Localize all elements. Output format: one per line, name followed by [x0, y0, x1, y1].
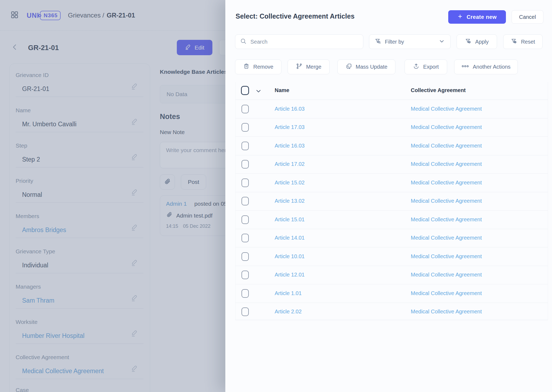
row-checkbox[interactable]: [242, 160, 249, 169]
search-field[interactable]: [235, 34, 363, 49]
article-link[interactable]: Article 2.02: [275, 309, 302, 315]
table-row: Article 14.01 Medical Collective Agreeme…: [236, 229, 548, 247]
search-input[interactable]: [250, 39, 358, 45]
filter-by-dropdown[interactable]: Filter by: [369, 34, 451, 49]
agreement-link[interactable]: Medical Collective Agreement: [411, 161, 482, 167]
merge-button[interactable]: Merge: [288, 60, 330, 74]
row-checkbox[interactable]: [242, 123, 249, 132]
merge-label: Merge: [306, 64, 322, 70]
apply-filter-button[interactable]: Apply: [457, 34, 497, 49]
agreement-link[interactable]: Medical Collective Agreement: [411, 106, 482, 112]
row-checkbox[interactable]: [242, 307, 249, 316]
another-actions-button[interactable]: Another Actions: [454, 60, 518, 74]
mass-update-button[interactable]: Mass Update: [337, 60, 395, 74]
mass-update-icon: [346, 63, 352, 71]
cancel-button[interactable]: Cancel: [512, 10, 543, 24]
row-checkbox[interactable]: [242, 289, 249, 298]
export-button[interactable]: Export: [405, 60, 447, 74]
row-checkbox[interactable]: [242, 142, 249, 150]
agreement-link[interactable]: Medical Collective Agreement: [411, 253, 482, 260]
ellipsis-icon: [461, 63, 469, 71]
export-icon: [413, 63, 419, 71]
another-actions-label: Another Actions: [473, 64, 510, 70]
table-row: Article 13.02 Medical Collective Agreeme…: [236, 192, 548, 211]
table-header-row: Name Collective Agreement: [236, 82, 548, 100]
merge-branch-icon: [296, 63, 302, 71]
filter-funnel-icon: [375, 38, 381, 46]
article-link[interactable]: Article 1.01: [275, 290, 302, 296]
article-link[interactable]: Article 17.03: [275, 124, 305, 130]
trash-icon: [243, 63, 250, 71]
filter-by-label: Filter by: [385, 39, 404, 45]
apply-label: Apply: [475, 39, 489, 45]
table-row: Article 15.01 Medical Collective Agreeme…: [236, 211, 548, 229]
agreement-link[interactable]: Medical Collective Agreement: [411, 180, 482, 186]
table-row: Article 1.01 Medical Collective Agreemen…: [236, 284, 548, 303]
remove-button[interactable]: Remove: [235, 60, 281, 74]
article-link[interactable]: Article 10.01: [275, 253, 305, 260]
agreement-link[interactable]: Medical Collective Agreement: [411, 235, 482, 241]
app-screen: UNI N365 Grievances / GR-21-01 GR-21-01 …: [0, 0, 552, 392]
article-link[interactable]: Article 12.01: [275, 272, 305, 278]
search-icon: [240, 38, 247, 46]
row-checkbox[interactable]: [242, 234, 249, 242]
agreement-link[interactable]: Medical Collective Agreement: [411, 290, 482, 296]
create-new-button[interactable]: Create new: [448, 10, 506, 24]
table-row: Article 17.03 Medical Collective Agreeme…: [236, 118, 548, 137]
article-link[interactable]: Article 16.03: [275, 143, 305, 149]
table-row: Article 10.01 Medical Collective Agreeme…: [236, 247, 548, 266]
select-articles-modal: Select: Collective Agreement Articles Cr…: [225, 0, 552, 392]
article-link[interactable]: Article 17.02: [275, 161, 305, 167]
filter-reset-icon: [511, 38, 517, 46]
select-all-checkbox[interactable]: [241, 86, 249, 95]
articles-table: Name Collective Agreement Article 16.03 …: [235, 82, 548, 320]
row-checkbox[interactable]: [242, 215, 249, 224]
row-checkbox[interactable]: [242, 105, 249, 113]
table-row: Article 16.03 Medical Collective Agreeme…: [236, 100, 548, 118]
chevron-down-icon: [439, 38, 445, 46]
agreement-link[interactable]: Medical Collective Agreement: [411, 309, 482, 315]
article-link[interactable]: Article 16.03: [275, 106, 305, 112]
plus-icon: [457, 14, 463, 20]
create-new-label: Create new: [467, 14, 497, 20]
table-row: Article 2.02 Medical Collective Agreemen…: [236, 303, 548, 321]
modal-title: Select: Collective Agreement Articles: [236, 12, 354, 20]
row-checkbox[interactable]: [242, 197, 249, 205]
table-row: Article 16.03 Medical Collective Agreeme…: [236, 137, 548, 155]
table-row: Article 17.02 Medical Collective Agreeme…: [236, 155, 548, 174]
table-row: Article 15.02 Medical Collective Agreeme…: [236, 174, 548, 192]
select-menu-chevron-icon[interactable]: [255, 88, 262, 96]
row-checkbox[interactable]: [242, 271, 249, 279]
row-checkbox[interactable]: [242, 178, 249, 187]
agreement-link[interactable]: Medical Collective Agreement: [411, 272, 482, 278]
agreement-link[interactable]: Medical Collective Agreement: [411, 124, 482, 130]
article-link[interactable]: Article 14.01: [275, 235, 305, 241]
agreement-link[interactable]: Medical Collective Agreement: [411, 143, 482, 149]
agreement-link[interactable]: Medical Collective Agreement: [411, 216, 482, 223]
agreement-link[interactable]: Medical Collective Agreement: [411, 198, 482, 204]
column-header-name[interactable]: Name: [275, 87, 289, 93]
article-link[interactable]: Article 15.01: [275, 216, 305, 223]
mass-update-label: Mass Update: [356, 64, 388, 70]
filter-apply-icon: [465, 38, 471, 46]
table-row: Article 12.01 Medical Collective Agreeme…: [236, 266, 548, 284]
row-checkbox[interactable]: [242, 252, 249, 261]
article-link[interactable]: Article 13.02: [275, 198, 305, 204]
reset-filter-button[interactable]: Reset: [503, 34, 543, 49]
article-link[interactable]: Article 15.02: [275, 180, 305, 186]
column-header-collective-agreement[interactable]: Collective Agreement: [411, 87, 466, 93]
remove-label: Remove: [253, 64, 273, 70]
export-label: Export: [423, 64, 439, 70]
reset-label: Reset: [521, 39, 535, 45]
